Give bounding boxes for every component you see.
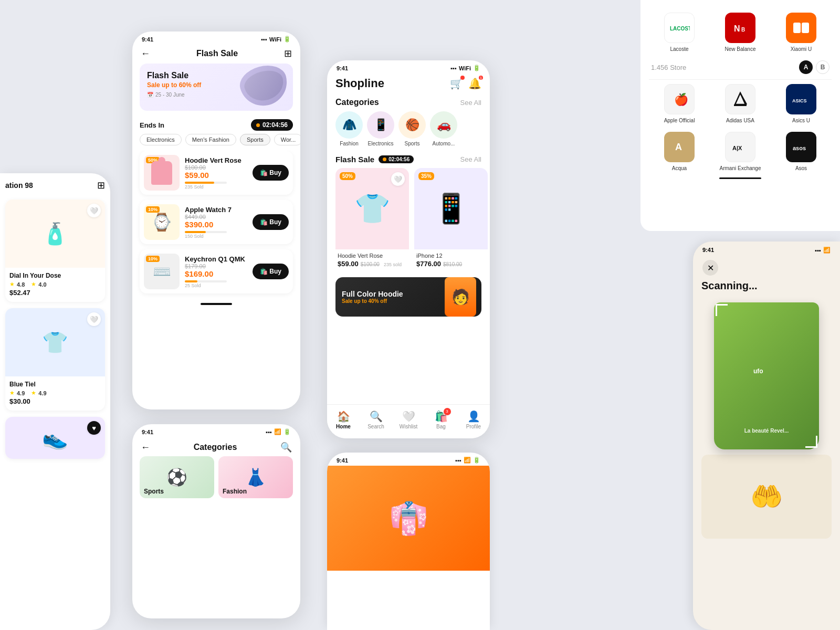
left-product-item-1[interactable]: 🧴 🤍 Dial In Your Dose ★ 4.8 ★ 4.0 $52.47 [5, 200, 105, 302]
nav-search[interactable]: 🔍 Search [363, 410, 389, 429]
discount-phone: 35% [418, 172, 434, 180]
search-icon-3[interactable]: 🔍 [280, 442, 292, 453]
battery-icon-5: 🔋 [473, 457, 480, 464]
stores-row: 1.456 Store A B [649, 56, 832, 80]
nav-home[interactable]: 🏠 Home [330, 410, 356, 429]
armani-logo: A|X [725, 132, 755, 162]
cat-electronics-label: Electronics [368, 141, 394, 146]
armani-name: Armani Exchange [720, 165, 761, 171]
brand-new-balance[interactable]: NB New Balance [710, 8, 771, 56]
bag-nav-label: Bag [436, 424, 446, 429]
cat-grid-sports[interactable]: ⚽ Sports [140, 456, 214, 498]
chip-mens-fashion[interactable]: Men's Fashion [185, 134, 236, 145]
brand-lacoste[interactable]: LACOSTE Lacoste [649, 8, 710, 56]
buy-button-watch[interactable]: 🛍️ Buy [253, 214, 289, 230]
notification-icon-wrap[interactable]: 🔔 1 [468, 77, 481, 90]
left-product-item-2[interactable]: 👕 🤍 Blue Tiel ★ 4.9 ★ 4.9 $30.00 [5, 308, 105, 411]
brand-apple[interactable]: 🍎 Apple Official [649, 80, 710, 128]
brand-asics[interactable]: ASICS Asics U [771, 80, 832, 128]
heart-btn-hoodie[interactable]: 🤍 [391, 172, 405, 186]
price-new-hoodie: $59.00 [185, 171, 247, 180]
chip-electronics[interactable]: Electronics [140, 134, 182, 145]
alpha-tab-b[interactable]: B [816, 60, 830, 74]
bottom-nav: 🏠 Home 🔍 Search 🤍 Wishlist 🛍️ 3 Bag 👤 Pr… [327, 404, 490, 438]
brand-panel: LACOSTE Lacoste NB New Balance Xiaomi U … [640, 0, 840, 231]
product-hoodie[interactable]: 50% Hoodie Vert Rose $100.00 $59.00 235 … [140, 151, 293, 195]
flash-sale-product-list: 50% Hoodie Vert Rose $100.00 $59.00 235 … [132, 151, 300, 299]
nav-profile[interactable]: 👤 Profile [460, 410, 487, 429]
xiaomi-top-name: Xiaomi U [791, 46, 812, 52]
brand-xiaomi-top[interactable]: Xiaomi U [771, 8, 832, 56]
chip-more[interactable]: Wor... [274, 134, 300, 145]
product-keyboard[interactable]: 10% ⌨️ Keychron Q1 QMK $179.00 $169.00 2… [140, 249, 293, 293]
buy-button-hoodie[interactable]: 🛍️ Buy [253, 165, 289, 181]
alpha-tab-a[interactable]: A [799, 60, 813, 74]
nav-bag[interactable]: 🛍️ 3 Bag [428, 410, 454, 429]
brand-adidas[interactable]: Adidas USA [710, 80, 771, 128]
asics-logo: ASICS [786, 84, 816, 114]
left-product-item-3[interactable]: 👟 ♥ [5, 417, 105, 459]
product-thumb-keyboard: 10% ⌨️ [144, 254, 180, 289]
svg-text:A: A [675, 142, 682, 152]
flash-sold-hoodie: 235 sold [384, 262, 402, 267]
countdown-timer-1: 02:04:56 [251, 119, 293, 131]
signal-icon-2: ▪▪▪ [450, 65, 457, 71]
product-watch[interactable]: 10% ⌚ Apple Watch 7 $449.00 $390.00 150 … [140, 200, 293, 244]
back-button-3[interactable]: ← [141, 442, 150, 453]
signal-icon-5: ▪▪▪ [455, 457, 461, 464]
flash-img-phone: 35% 📱 [414, 168, 488, 249]
acqua-logo: A [664, 132, 695, 162]
asics-name: Asics U [792, 118, 810, 123]
brand-acqua[interactable]: A Acqua [649, 128, 710, 175]
wishlist-btn-1[interactable]: 🤍 [87, 204, 101, 217]
left-product-rating2-2: 4.9 [38, 390, 46, 396]
close-button[interactable]: ✕ [702, 260, 718, 276]
flash-card-phone[interactable]: 35% 📱 iPhone 12 $776.00 $810.00 [414, 168, 488, 271]
cat-auto[interactable]: 🚗 Automo... [430, 111, 457, 146]
acqua-name: Acqua [672, 165, 687, 171]
chip-sports[interactable]: Sports [240, 134, 270, 145]
timer-dot [256, 123, 260, 127]
brand-asos[interactable]: asos Asos [771, 128, 832, 175]
alpha-tabs: A B [799, 60, 830, 74]
cat-fashion[interactable]: 🧥 Fashion [335, 111, 363, 146]
brand-row-2: 🍎 Apple Official Adidas USA ASICS Asics … [649, 80, 832, 128]
cat-electronics[interactable]: 📱 Electronics [367, 111, 394, 146]
cat-fashion-overlay-label: Fashion [223, 488, 247, 495]
flash-card-hoodie[interactable]: 50% 🤍 👕 Hoodie Vert Rose $59.00 $100.00 … [335, 168, 409, 271]
scan-status-icons: ▪▪▪ 📶 [815, 247, 831, 254]
cat-sports[interactable]: 🏀 Sports [398, 111, 426, 146]
brand-armani[interactable]: A|X Armani Exchange [710, 128, 771, 175]
category-chips: Electronics Men's Fashion Sports Wor... [132, 134, 300, 151]
promo-text: Full Color Hoodie Sale up to 40% off [342, 290, 403, 304]
wishlist-nav-label: Wishlist [400, 424, 417, 429]
bottle-label: La beauté Revel... [744, 428, 789, 434]
cart-icon-wrap[interactable]: 🛒 [450, 77, 463, 90]
svg-line-8 [740, 93, 747, 104]
product-thumb-hoodie: 50% [144, 155, 180, 191]
phone-flash-sale: 9:41 ▪▪▪ WiFi 🔋 ← Flash Sale ⊞ Flash Sal… [132, 32, 300, 410]
flash-prices-phone: $776.00 $810.00 [416, 260, 486, 268]
filter-icon[interactable]: ⊞ [284, 48, 292, 59]
stores-count: 1.456 Store [651, 64, 686, 71]
back-button-1[interactable]: ← [141, 48, 150, 59]
nav-wishlist[interactable]: 🤍 Wishlist [395, 410, 422, 429]
calendar-icon: 📅 [147, 92, 153, 98]
wishlist-btn-2[interactable]: 🤍 [87, 312, 101, 326]
asos-name: Asos [795, 165, 807, 171]
asos-logo: asos [786, 132, 816, 162]
flash-sale-title: Flash Sale [196, 49, 238, 58]
price-old-keyboard: $179.00 [185, 263, 247, 269]
lacoste-logo: LACOSTE [664, 13, 695, 43]
flash-name-phone: iPhone 12 [416, 253, 486, 259]
categories-see-all[interactable]: See All [460, 99, 481, 107]
scan-wifi: 📶 [823, 247, 831, 254]
buy-button-keyboard[interactable]: 🛍️ Buy [253, 264, 289, 279]
wishlist-btn-3[interactable]: ♥ [87, 421, 101, 435]
promo-banner[interactable]: Full Color Hoodie Sale up to 40% off 🧑 [335, 277, 481, 317]
grid-view-icon[interactable]: ⊞ [97, 180, 105, 191]
adidas-logo [725, 84, 755, 114]
flash-sale-see-all[interactable]: See All [460, 155, 481, 163]
flash-old-hoodie: $100.00 [361, 261, 380, 267]
cat-grid-fashion[interactable]: 👗 Fashion [218, 456, 293, 498]
